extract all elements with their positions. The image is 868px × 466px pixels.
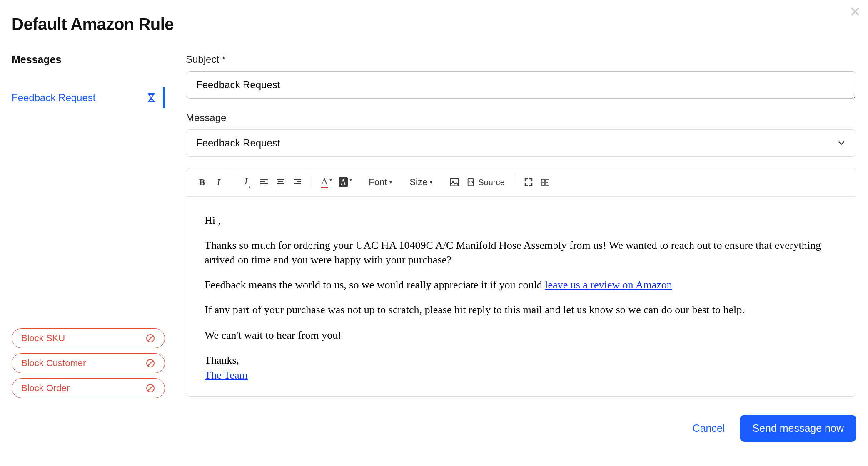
sidebar-heading: Messages — [12, 54, 165, 66]
italic-button[interactable]: I — [210, 174, 227, 191]
subject-input[interactable] — [186, 71, 856, 99]
toolbar-separator — [514, 175, 514, 189]
block-sku-label: Block SKU — [21, 333, 65, 344]
main-panel: Subject * Message Feedback Request B I — [186, 54, 856, 442]
source-button[interactable]: Source — [463, 174, 508, 191]
editor-body[interactable]: Hi , Thanks so much for ordering your UA… — [186, 197, 856, 396]
svg-line-7 — [148, 386, 153, 391]
body-greeting: Hi , — [205, 213, 838, 228]
block-sku-button[interactable]: Block SKU — [12, 328, 165, 348]
template-select-value: Feedback Request — [196, 137, 280, 149]
align-right-button[interactable] — [289, 174, 306, 191]
rich-text-editor: B I Ix — [186, 168, 856, 397]
body-signoff: Thanks, — [205, 353, 838, 367]
block-order-label: Block Order — [21, 383, 70, 394]
text-color-button[interactable]: A▾ — [318, 174, 335, 191]
page-title: Default Amazon Rule — [12, 15, 856, 34]
image-button[interactable] — [446, 174, 463, 191]
team-link[interactable]: The Team — [205, 369, 248, 381]
show-blocks-button[interactable] — [537, 174, 554, 191]
sidebar-item-label: Feedback Request — [12, 92, 95, 104]
editor-toolbar: B I Ix — [186, 168, 856, 197]
template-select[interactable]: Feedback Request — [186, 129, 856, 157]
toolbar-separator — [312, 175, 312, 189]
subject-label: Subject * — [186, 54, 856, 65]
cancel-button[interactable]: Cancel — [693, 422, 725, 434]
block-customer-label: Block Customer — [21, 358, 86, 369]
svg-line-3 — [148, 336, 153, 341]
font-size-select[interactable]: Size▾ — [405, 174, 436, 191]
font-family-select[interactable]: Font▾ — [364, 174, 396, 191]
sidebar-item-feedback-request[interactable]: Feedback Request — [12, 87, 165, 108]
body-paragraph-2: Feedback means the world to us, so we wo… — [205, 278, 838, 292]
hourglass-icon — [147, 93, 155, 103]
toolbar-separator — [233, 175, 233, 189]
chevron-down-icon — [837, 139, 846, 148]
body-paragraph-3: If any part of your purchase was not up … — [205, 303, 838, 317]
body-paragraph-1: Thanks so much for ordering your UAC HA … — [205, 238, 838, 267]
svg-line-5 — [148, 361, 153, 366]
size-label: Size — [409, 177, 427, 188]
font-label: Font — [369, 177, 387, 188]
align-center-button[interactable] — [272, 174, 289, 191]
source-label: Source — [478, 178, 504, 187]
form-actions: Cancel Send message now — [186, 415, 856, 442]
sidebar: Messages Feedback Request Block SKU — [12, 54, 165, 108]
align-left-button[interactable] — [256, 174, 272, 191]
close-icon[interactable]: × — [850, 2, 861, 21]
body-paragraph-4: We can't wait to hear from you! — [205, 328, 838, 342]
message-label: Message — [186, 112, 856, 124]
prohibit-icon — [145, 358, 155, 368]
background-color-button[interactable]: A▾ — [335, 174, 355, 191]
prohibit-icon — [145, 383, 155, 393]
remove-format-button[interactable]: Ix — [239, 174, 256, 191]
bold-button[interactable]: B — [194, 174, 210, 191]
svg-rect-20 — [450, 178, 459, 186]
review-link[interactable]: leave us a review on Amazon — [545, 279, 672, 291]
prohibit-icon — [145, 333, 155, 343]
block-customer-button[interactable]: Block Customer — [12, 353, 165, 373]
maximize-button[interactable] — [520, 174, 537, 191]
block-order-button[interactable]: Block Order — [12, 378, 165, 398]
body-p2-pre: Feedback means the world to us, so we wo… — [205, 279, 545, 291]
send-message-button[interactable]: Send message now — [740, 415, 856, 442]
